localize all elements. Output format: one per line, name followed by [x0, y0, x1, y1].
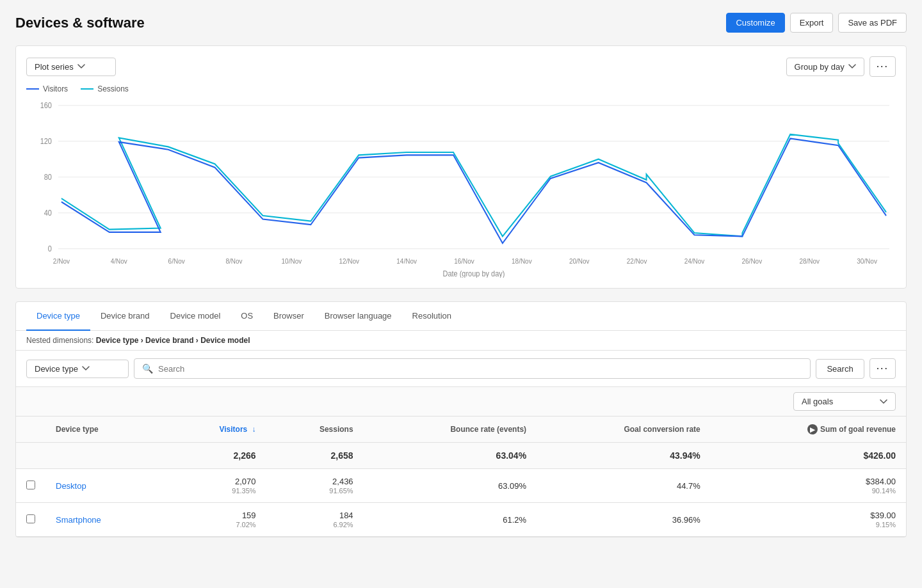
- search-icon: 🔍: [142, 363, 153, 374]
- tab-device-brand[interactable]: Device brand: [90, 302, 160, 331]
- th-goal-revenue: ▶Sum of goal revenue: [711, 417, 906, 443]
- dimension-type-select[interactable]: Device type: [26, 360, 129, 378]
- chevron-down-icon: [848, 64, 856, 69]
- row-visitors-desktop: 2,070 91.35%: [164, 469, 266, 503]
- total-checkbox-cell: [16, 443, 45, 469]
- svg-text:22/Nov: 22/Nov: [627, 258, 647, 265]
- save-pdf-button[interactable]: Save as PDF: [838, 13, 907, 33]
- chevron-down-icon: [77, 64, 85, 69]
- row-visitors-smartphone: 159 7.02%: [164, 503, 266, 537]
- chevron-down-icon: [880, 399, 887, 404]
- th-sessions: Sessions: [266, 417, 364, 443]
- svg-text:4/Nov: 4/Nov: [111, 258, 128, 265]
- svg-text:2/Nov: 2/Nov: [53, 258, 70, 265]
- svg-text:26/Nov: 26/Nov: [742, 258, 763, 265]
- search-input[interactable]: [158, 364, 802, 374]
- row-device-type-desktop: Desktop: [45, 469, 164, 503]
- nested-dimensions: Nested dimensions: Device type › Device …: [16, 331, 906, 351]
- search-button[interactable]: Search: [816, 359, 864, 379]
- goals-select-label: All goals: [802, 397, 833, 406]
- svg-text:0: 0: [48, 245, 52, 253]
- row-revenue-desktop: $384.00 90.14%: [711, 469, 906, 503]
- tab-os[interactable]: OS: [230, 302, 263, 331]
- dimension-select-label: Device type: [35, 364, 78, 374]
- chart-area: 160 120 80 40 0 2/Nov 4/Nov 6/Nov 8/Nov …: [26, 99, 896, 278]
- sort-down-icon: ↓: [252, 425, 256, 434]
- table-row: Desktop 2,070 91.35% 2,436 91.65% 63.09%…: [16, 469, 906, 503]
- tab-device-type[interactable]: Device type: [26, 302, 90, 331]
- svg-text:10/Nov: 10/Nov: [282, 258, 302, 265]
- svg-text:16/Nov: 16/Nov: [454, 258, 474, 265]
- svg-text:20/Nov: 20/Nov: [569, 258, 590, 265]
- total-visitors: 2,266: [164, 443, 266, 469]
- table-more-options-button[interactable]: ···: [869, 358, 896, 379]
- row-checkbox-desktop[interactable]: [16, 469, 45, 503]
- svg-text:120: 120: [40, 138, 52, 145]
- chart-svg: 160 120 80 40 0 2/Nov 4/Nov 6/Nov 8/Nov …: [26, 99, 896, 278]
- th-visitors-label: Visitors: [219, 425, 247, 434]
- table-total-row: 2,266 2,658 63.04% 43.94% $426.00: [16, 443, 906, 469]
- total-sessions: 2,658: [266, 443, 364, 469]
- customize-button[interactable]: Customize: [726, 13, 784, 33]
- chart-legend: Visitors Sessions: [26, 84, 896, 93]
- goals-select[interactable]: All goals: [793, 392, 896, 411]
- row-checkbox-smartphone[interactable]: [16, 503, 45, 537]
- smartphone-link[interactable]: Smartphone: [56, 515, 101, 525]
- row-device-type-smartphone: Smartphone: [45, 503, 164, 537]
- th-bounce-rate: Bounce rate (events): [364, 417, 537, 443]
- svg-text:18/Nov: 18/Nov: [512, 258, 532, 265]
- info-icon: ▶: [807, 424, 818, 434]
- th-device-type: Device type: [45, 417, 164, 443]
- header-actions: Customize Export Save as PDF: [726, 13, 907, 33]
- tab-device-model[interactable]: Device model: [160, 302, 231, 331]
- tab-resolution[interactable]: Resolution: [402, 302, 462, 331]
- page-title: Devices & software: [15, 15, 145, 31]
- sessions-line-indicator: [81, 88, 93, 90]
- total-goal-revenue: $426.00: [711, 443, 906, 469]
- row-goal-conv-smartphone: 36.96%: [537, 503, 711, 537]
- th-checkbox: [16, 417, 45, 443]
- checkbox-desktop[interactable]: [26, 481, 35, 489]
- legend-sessions: Sessions: [81, 84, 129, 93]
- goals-row: All goals: [16, 387, 906, 417]
- checkbox-smartphone[interactable]: [26, 514, 35, 523]
- row-sessions-smartphone: 184 6.92%: [266, 503, 364, 537]
- tab-browser[interactable]: Browser: [263, 302, 314, 331]
- plot-series-label: Plot series: [35, 62, 74, 72]
- total-label-cell: [45, 443, 164, 469]
- legend-visitors-label: Visitors: [43, 84, 68, 93]
- row-goal-conv-desktop: 44.7%: [537, 469, 711, 503]
- group-by-button[interactable]: Group by day: [786, 58, 864, 76]
- svg-text:Date (group by day): Date (group by day): [443, 269, 505, 277]
- tabs-section: Device type Device brand Device model OS…: [15, 301, 907, 537]
- chart-section: Plot series Group by day ··· Visitors Se…: [15, 45, 907, 289]
- table-row: Smartphone 159 7.02% 184 6.92% 61.2% 36.…: [16, 503, 906, 537]
- svg-text:6/Nov: 6/Nov: [168, 258, 186, 265]
- desktop-link[interactable]: Desktop: [56, 481, 86, 491]
- svg-text:8/Nov: 8/Nov: [225, 258, 243, 265]
- svg-text:12/Nov: 12/Nov: [339, 258, 359, 265]
- export-button[interactable]: Export: [790, 13, 834, 33]
- legend-visitors: Visitors: [26, 84, 68, 93]
- chart-right-controls: Group by day ···: [786, 56, 896, 77]
- data-table-wrapper: Device type Visitors ↓ Sessions Bounce r…: [16, 417, 906, 537]
- nested-dimensions-path: Device type › Device brand › Device mode…: [96, 336, 250, 345]
- row-bounce-smartphone: 61.2%: [364, 503, 537, 537]
- svg-text:14/Nov: 14/Nov: [396, 258, 417, 265]
- row-sessions-desktop: 2,436 91.65%: [266, 469, 364, 503]
- svg-text:28/Nov: 28/Nov: [799, 258, 820, 265]
- plot-series-select[interactable]: Plot series: [26, 58, 116, 76]
- table-controls: Device type 🔍 Search ···: [16, 351, 906, 387]
- group-by-label: Group by day: [795, 62, 845, 72]
- svg-text:30/Nov: 30/Nov: [857, 258, 877, 265]
- more-options-button[interactable]: ···: [869, 56, 896, 77]
- svg-text:160: 160: [40, 102, 52, 109]
- row-bounce-desktop: 63.09%: [364, 469, 537, 503]
- sessions-chart-line: [61, 134, 886, 236]
- chevron-down-icon: [82, 366, 90, 371]
- tab-browser-language[interactable]: Browser language: [314, 302, 402, 331]
- visitors-line-indicator: [26, 88, 39, 90]
- legend-sessions-label: Sessions: [97, 84, 129, 93]
- chart-controls: Plot series Group by day ···: [26, 56, 896, 77]
- th-visitors[interactable]: Visitors ↓: [164, 417, 266, 443]
